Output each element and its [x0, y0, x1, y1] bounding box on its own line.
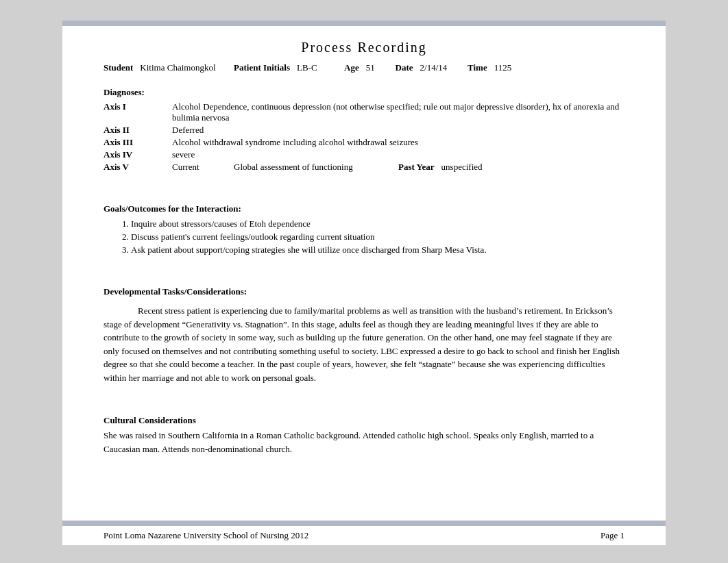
page-content: Process Recording Student Kitima Chaimon… — [62, 26, 666, 521]
page-container: Process Recording Student Kitima Chaimon… — [62, 21, 666, 545]
axis-v-past-year: Past Year — [398, 162, 435, 173]
patient-initials: LB-C — [297, 62, 317, 73]
bottom-spacer — [104, 466, 624, 507]
list-item: Discuss patient's current feelings/outlo… — [131, 232, 624, 242]
time-value: 1125 — [494, 62, 512, 73]
student-label: Student — [104, 62, 133, 73]
diagnoses-section: Diagnoses: Axis I Alcohol Dependence, co… — [104, 87, 624, 173]
axis-v-row: Axis V Current Global assessment of func… — [104, 162, 624, 173]
student-info: Student Kitima Chaimongkol Patient Initi… — [104, 62, 624, 73]
axis-i-label: Axis I — [104, 101, 172, 123]
axis-iv-row: Axis IV severe — [104, 149, 624, 160]
page-number: Page 1 — [600, 530, 624, 541]
axis-iii-label: Axis III — [104, 137, 172, 148]
goal-1: Inquire about stressors/causes of Etoh d… — [131, 218, 311, 229]
axis-ii-label: Axis II — [104, 125, 172, 136]
student-name: Kitima Chaimongkol — [140, 62, 215, 73]
date-label: Date — [396, 62, 413, 73]
axis-iii-value: Alcohol withdrawal syndrome including al… — [172, 137, 624, 148]
axis-v-unspecified: unspecified — [441, 162, 483, 173]
footer-content: Point Loma Nazarene University School of… — [62, 526, 666, 545]
age-label: Age — [344, 62, 359, 73]
list-item: Ask patient about support/coping strateg… — [131, 245, 624, 255]
axis-iv-value: severe — [172, 149, 624, 160]
time-label: Time — [468, 62, 487, 73]
axis-i-row: Axis I Alcohol Dependence, continuous de… — [104, 101, 624, 123]
diagnoses-title: Diagnoses: — [104, 87, 624, 98]
goals-title: Goals/Outcomes for the Interaction: — [104, 203, 624, 214]
cultural-text: She was raised in Southern California in… — [104, 429, 624, 455]
axis-iii-row: Axis III Alcohol withdrawal syndrome inc… — [104, 137, 624, 148]
goals-section: Goals/Outcomes for the Interaction: Inqu… — [104, 203, 624, 255]
axis-ii-value: Deferred — [172, 125, 624, 136]
page-label: Page — [600, 530, 618, 540]
axis-i-value: Alcohol Dependence, continuous depressio… — [172, 101, 624, 123]
developmental-title: Developmental Tasks/Considerations: — [104, 286, 624, 297]
cultural-section: Cultural Considerations She was raised i… — [104, 415, 624, 455]
developmental-paragraph: Recent stress patient is experiencing du… — [104, 304, 624, 384]
age-value: 51 — [366, 62, 375, 73]
page-title: Process Recording — [104, 40, 624, 55]
header-bar — [62, 21, 666, 26]
date-value: 2/14/14 — [420, 62, 448, 73]
spacer1 — [104, 183, 624, 203]
axis-v-label: Axis V — [104, 162, 172, 173]
cultural-title: Cultural Considerations — [104, 415, 624, 426]
axis-ii-row: Axis II Deferred — [104, 125, 624, 136]
page-num-value: 1 — [620, 530, 625, 540]
axis-iv-label: Axis IV — [104, 149, 172, 160]
footer-bar — [62, 521, 666, 526]
goal-2: Discuss patient's current feelings/outlo… — [131, 232, 374, 242]
goals-list: Inquire about stressors/causes of Etoh d… — [104, 218, 624, 255]
developmental-section: Developmental Tasks/Considerations: Rece… — [104, 286, 624, 384]
goal-3: Ask patient about support/coping strateg… — [131, 245, 487, 255]
patient-initials-label: Patient Initials — [234, 62, 290, 73]
spacer2 — [104, 266, 624, 286]
spacer3 — [104, 395, 624, 415]
axis-v-current: Current — [172, 162, 234, 173]
list-item: Inquire about stressors/causes of Etoh d… — [131, 218, 624, 229]
institution-label: Point Loma Nazarene University School of… — [104, 530, 308, 541]
axis-v-gaf: Global assessment of functioning — [234, 162, 398, 173]
